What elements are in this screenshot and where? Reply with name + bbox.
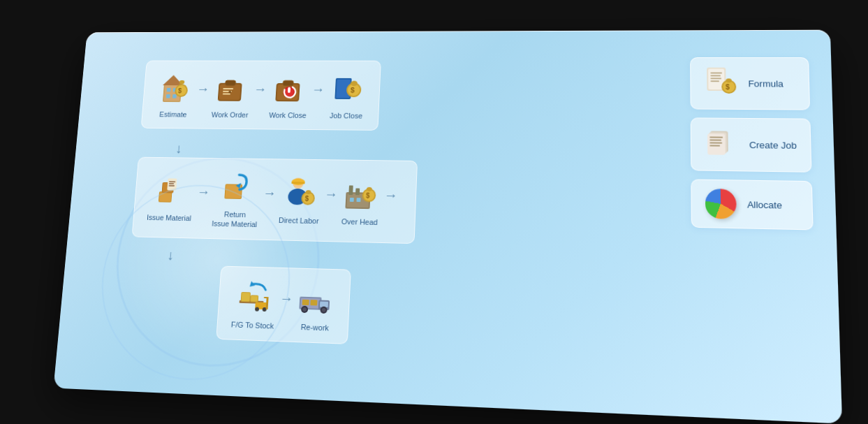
svg-rect-80 bbox=[310, 300, 317, 305]
flow-item-re-work[interactable]: Re-work bbox=[295, 278, 336, 333]
return-issue-material-icon bbox=[217, 168, 256, 206]
over-head-label: Over Head bbox=[341, 217, 378, 227]
svg-rect-65 bbox=[254, 302, 267, 309]
svg-text:$: $ bbox=[726, 82, 730, 90]
row2-items-box: Issue Material → bbox=[131, 156, 417, 243]
arrow-7: → bbox=[383, 187, 398, 203]
arrow-5: → bbox=[262, 185, 276, 200]
svg-rect-79 bbox=[302, 299, 309, 305]
work-close-icon bbox=[270, 70, 309, 106]
svg-text:$: $ bbox=[365, 191, 370, 199]
arrow-1: → bbox=[196, 81, 209, 96]
fg-to-stock-icon bbox=[234, 276, 274, 316]
flow-item-work-close[interactable]: Work Close bbox=[268, 70, 308, 120]
job-close-icon: $ bbox=[328, 70, 367, 107]
formula-label: Formula bbox=[748, 78, 784, 88]
over-head-icon: $ bbox=[341, 174, 381, 213]
create-job-label: Create Job bbox=[749, 139, 796, 150]
svg-text:$: $ bbox=[350, 86, 355, 94]
svg-rect-61 bbox=[240, 291, 250, 301]
direct-labor-label: Direct Labor bbox=[278, 215, 318, 226]
arrow-2: → bbox=[253, 81, 267, 96]
svg-rect-32 bbox=[159, 192, 172, 202]
panel-card-create-job[interactable]: Create Job bbox=[691, 117, 811, 172]
arrow-8: → bbox=[279, 290, 293, 307]
arrow-6: → bbox=[323, 186, 337, 202]
re-work-icon bbox=[296, 278, 337, 319]
fg-to-stock-label: F/G To Stock bbox=[230, 319, 274, 331]
svg-rect-10 bbox=[179, 80, 184, 84]
row3-flow: F/G To Stock → bbox=[216, 265, 351, 344]
svg-point-67 bbox=[262, 307, 266, 311]
row2-flow: Issue Material → bbox=[131, 156, 417, 243]
svg-rect-52 bbox=[348, 185, 353, 195]
svg-rect-20 bbox=[282, 80, 293, 85]
panel-card-allocate[interactable]: Allocate bbox=[691, 179, 813, 230]
arrow-3: → bbox=[311, 81, 325, 96]
panel-card-formula[interactable]: $ Formula bbox=[690, 57, 810, 110]
work-order-icon bbox=[212, 70, 251, 106]
svg-rect-74 bbox=[320, 301, 328, 307]
allocate-pie-icon bbox=[705, 188, 736, 219]
svg-rect-93 bbox=[707, 133, 726, 154]
row3-items-box: F/G To Stock → bbox=[216, 265, 351, 344]
svg-point-90 bbox=[726, 78, 731, 82]
re-work-label: Re-work bbox=[300, 321, 329, 332]
svg-marker-70 bbox=[249, 281, 255, 286]
issue-material-label: Issue Material bbox=[146, 212, 191, 223]
svg-text:$: $ bbox=[177, 87, 182, 94]
diagram-board: $ Estimate → bbox=[53, 29, 842, 423]
flow-item-over-head[interactable]: $ Over Head bbox=[340, 174, 381, 227]
row1-items-box: $ Estimate → bbox=[140, 60, 381, 131]
flow-item-work-order[interactable]: Work Order bbox=[211, 70, 251, 119]
flow-item-job-close[interactable]: $ Job Close bbox=[327, 70, 367, 120]
estimate-icon: $ bbox=[156, 70, 194, 106]
estimate-label: Estimate bbox=[159, 110, 186, 119]
flow-item-direct-labor[interactable]: $ Direct Labor bbox=[278, 173, 321, 226]
svg-rect-64 bbox=[250, 295, 257, 301]
formula-icon: $ bbox=[704, 66, 738, 100]
svg-rect-53 bbox=[355, 188, 359, 195]
svg-rect-60 bbox=[239, 300, 263, 303]
arrow-4: → bbox=[196, 184, 210, 199]
svg-text:$: $ bbox=[304, 194, 309, 202]
issue-material-icon bbox=[152, 171, 191, 209]
job-close-label: Job Close bbox=[329, 110, 362, 120]
right-panel: $ Formula bbox=[690, 57, 813, 230]
svg-rect-63 bbox=[249, 295, 258, 302]
down-arrow-1: ↓ bbox=[175, 140, 182, 156]
svg-point-66 bbox=[254, 307, 258, 311]
flow-item-issue-material[interactable]: Issue Material bbox=[146, 171, 194, 223]
board-surface: $ Estimate → bbox=[53, 29, 842, 423]
flow-item-return-issue-material[interactable]: ReturnIssue Material bbox=[211, 168, 260, 229]
svg-rect-69 bbox=[263, 296, 268, 298]
work-close-label: Work Close bbox=[268, 110, 306, 120]
flow-item-fg-to-stock[interactable]: F/G To Stock bbox=[230, 276, 277, 330]
flow-item-estimate[interactable]: $ Estimate bbox=[154, 70, 193, 119]
work-order-label: Work Order bbox=[211, 110, 248, 119]
svg-rect-62 bbox=[241, 292, 249, 300]
return-issue-material-label: ReturnIssue Material bbox=[211, 209, 258, 229]
allocate-label: Allocate bbox=[746, 198, 781, 210]
svg-rect-13 bbox=[225, 80, 235, 85]
create-job-icon bbox=[705, 126, 739, 162]
row1-flow: $ Estimate → bbox=[140, 60, 381, 131]
down-arrow-2: ↓ bbox=[166, 247, 174, 263]
svg-rect-68 bbox=[265, 297, 268, 309]
direct-labor-icon: $ bbox=[280, 173, 320, 212]
